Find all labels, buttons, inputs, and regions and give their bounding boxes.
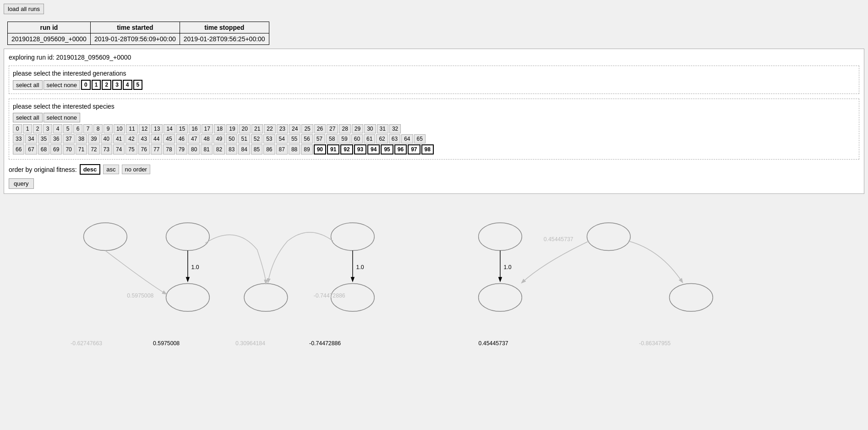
species-btn-13[interactable]: 13 — [151, 124, 163, 133]
species-btn-16[interactable]: 16 — [189, 124, 200, 133]
species-btn-93[interactable]: 93 — [354, 144, 366, 154]
species-btn-92[interactable]: 92 — [340, 144, 353, 154]
species-btn-48[interactable]: 48 — [201, 134, 212, 143]
species-btn-79[interactable]: 79 — [176, 144, 187, 154]
species-btn-95[interactable]: 95 — [381, 144, 393, 154]
species-btn-11[interactable]: 11 — [126, 124, 137, 133]
gen-btn-1[interactable]: 1 — [92, 80, 101, 90]
species-btn-75[interactable]: 75 — [126, 144, 137, 154]
species-btn-14[interactable]: 14 — [164, 124, 175, 133]
species-btn-71[interactable]: 71 — [76, 144, 87, 154]
species-btn-32[interactable]: 32 — [389, 124, 401, 133]
species-btn-8[interactable]: 8 — [93, 124, 103, 133]
species-btn-70[interactable]: 70 — [63, 144, 74, 154]
species-btn-54[interactable]: 54 — [276, 134, 288, 143]
species-btn-56[interactable]: 56 — [301, 134, 312, 143]
query-button[interactable]: query — [9, 178, 34, 189]
species-btn-1[interactable]: 1 — [23, 124, 32, 133]
species-btn-37[interactable]: 37 — [63, 134, 74, 143]
species-btn-29[interactable]: 29 — [352, 124, 363, 133]
species-btn-5[interactable]: 5 — [63, 124, 72, 133]
species-btn-3[interactable]: 3 — [43, 124, 52, 133]
species-btn-65[interactable]: 65 — [414, 134, 426, 143]
species-btn-83[interactable]: 83 — [226, 144, 237, 154]
species-btn-96[interactable]: 96 — [394, 144, 407, 154]
species-btn-87[interactable]: 87 — [276, 144, 288, 154]
species-btn-52[interactable]: 52 — [251, 134, 262, 143]
gen-btn-2[interactable]: 2 — [102, 80, 111, 90]
species-btn-90[interactable]: 90 — [314, 144, 326, 154]
species-btn-0[interactable]: 0 — [13, 124, 22, 133]
species-btn-81[interactable]: 81 — [201, 144, 212, 154]
species-btn-10[interactable]: 10 — [114, 124, 125, 133]
species-btn-41[interactable]: 41 — [113, 134, 125, 143]
species-btn-15[interactable]: 15 — [176, 124, 188, 133]
species-btn-4[interactable]: 4 — [53, 124, 62, 133]
species-btn-27[interactable]: 27 — [327, 124, 338, 133]
species-btn-9[interactable]: 9 — [104, 124, 113, 133]
gen-btn-5[interactable]: 5 — [133, 80, 143, 90]
species-btn-33[interactable]: 33 — [13, 134, 24, 143]
species-btn-64[interactable]: 64 — [401, 134, 413, 143]
species-btn-19[interactable]: 19 — [226, 124, 238, 133]
species-btn-72[interactable]: 72 — [88, 144, 99, 154]
species-select-none[interactable]: select none — [44, 113, 81, 122]
species-btn-76[interactable]: 76 — [138, 144, 150, 154]
species-btn-21[interactable]: 21 — [251, 124, 263, 133]
generations-select-all[interactable]: select all — [13, 80, 43, 90]
species-btn-6[interactable]: 6 — [73, 124, 82, 133]
species-btn-62[interactable]: 62 — [376, 134, 388, 143]
species-btn-98[interactable]: 98 — [421, 144, 434, 154]
species-btn-30[interactable]: 30 — [364, 124, 376, 133]
species-btn-63[interactable]: 63 — [389, 134, 400, 143]
order-desc[interactable]: desc — [80, 164, 101, 175]
species-btn-78[interactable]: 78 — [163, 144, 175, 154]
species-btn-39[interactable]: 39 — [88, 134, 99, 143]
species-btn-73[interactable]: 73 — [101, 144, 112, 154]
species-btn-80[interactable]: 80 — [188, 144, 200, 154]
species-btn-57[interactable]: 57 — [314, 134, 325, 143]
species-btn-88[interactable]: 88 — [289, 144, 300, 154]
species-btn-89[interactable]: 89 — [301, 144, 312, 154]
species-btn-47[interactable]: 47 — [188, 134, 200, 143]
species-btn-66[interactable]: 66 — [13, 144, 24, 154]
gen-btn-4[interactable]: 4 — [123, 80, 132, 90]
species-btn-26[interactable]: 26 — [314, 124, 326, 133]
species-btn-40[interactable]: 40 — [101, 134, 112, 143]
species-btn-94[interactable]: 94 — [367, 144, 380, 154]
species-btn-7[interactable]: 7 — [83, 124, 93, 133]
species-btn-50[interactable]: 50 — [226, 134, 237, 143]
load-all-runs-button[interactable]: load all runs — [4, 4, 44, 14]
species-btn-86[interactable]: 86 — [263, 144, 275, 154]
species-btn-24[interactable]: 24 — [289, 124, 300, 133]
species-btn-22[interactable]: 22 — [264, 124, 275, 133]
species-btn-43[interactable]: 43 — [138, 134, 150, 143]
gen-btn-0[interactable]: 0 — [81, 80, 91, 90]
species-btn-91[interactable]: 91 — [327, 144, 339, 154]
order-none[interactable]: no order — [122, 165, 150, 174]
species-btn-51[interactable]: 51 — [238, 134, 250, 143]
species-btn-82[interactable]: 82 — [213, 144, 225, 154]
species-btn-23[interactable]: 23 — [277, 124, 288, 133]
species-btn-77[interactable]: 77 — [151, 144, 162, 154]
generations-select-none[interactable]: select none — [44, 80, 81, 90]
species-btn-17[interactable]: 17 — [202, 124, 213, 133]
species-btn-85[interactable]: 85 — [251, 144, 262, 154]
species-btn-35[interactable]: 35 — [38, 134, 49, 143]
species-btn-38[interactable]: 38 — [76, 134, 87, 143]
species-btn-49[interactable]: 49 — [213, 134, 225, 143]
species-btn-84[interactable]: 84 — [238, 144, 250, 154]
species-btn-31[interactable]: 31 — [377, 124, 388, 133]
species-btn-46[interactable]: 46 — [176, 134, 187, 143]
species-btn-58[interactable]: 58 — [326, 134, 338, 143]
species-btn-61[interactable]: 61 — [364, 134, 375, 143]
species-btn-53[interactable]: 53 — [263, 134, 275, 143]
species-btn-25[interactable]: 25 — [301, 124, 313, 133]
species-btn-67[interactable]: 67 — [25, 144, 37, 154]
species-btn-60[interactable]: 60 — [351, 134, 363, 143]
species-btn-28[interactable]: 28 — [339, 124, 350, 133]
order-asc[interactable]: asc — [103, 165, 119, 174]
species-btn-69[interactable]: 69 — [50, 144, 62, 154]
species-btn-97[interactable]: 97 — [408, 144, 420, 154]
species-btn-44[interactable]: 44 — [151, 134, 162, 143]
